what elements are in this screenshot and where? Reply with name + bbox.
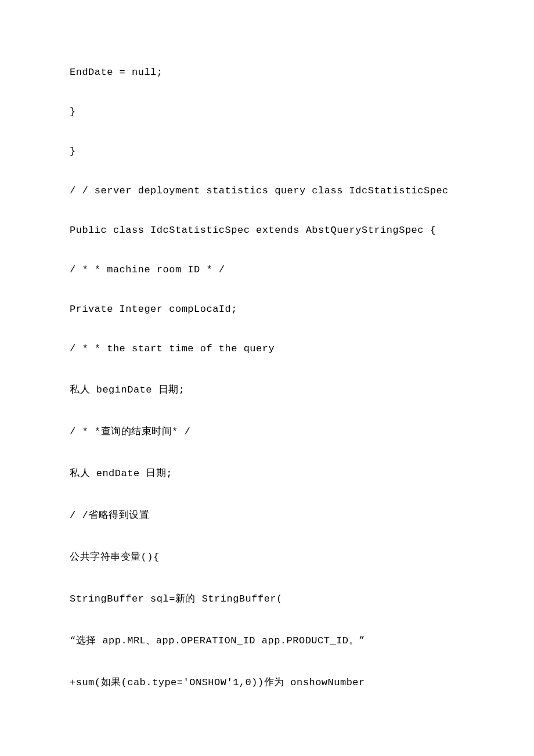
code-line: }: [70, 146, 464, 157]
code-line: }: [70, 106, 464, 117]
code-line: / * * the start time of the query: [70, 343, 464, 354]
code-line: EndDate = null;: [70, 67, 464, 78]
code-line: 私人 endDate 日期;: [70, 466, 464, 480]
code-line: “选择 app.MRL、app.OPERATION_ID app.PRODUCT…: [70, 633, 464, 647]
code-line: / /省略得到设置: [70, 508, 464, 521]
code-line: 公共字符串变量(){: [70, 550, 464, 563]
code-line: / * *查询的结束时间* /: [70, 424, 464, 438]
code-line: StringBuffer sql=新的 StringBuffer(: [70, 592, 464, 605]
code-line: / * * machine room ID * /: [70, 264, 464, 275]
code-line: Public class IdcStatisticSpec extends Ab…: [70, 225, 464, 236]
code-line: / / server deployment statistics query c…: [70, 185, 464, 196]
code-line: +sum(如果(cab.type='ONSHOW'1,0))作为 onshowN…: [70, 675, 464, 689]
code-line: Private Integer compLocaId;: [70, 304, 464, 315]
code-line: 私人 beginDate 日期;: [70, 383, 464, 396]
document-page: EndDate = null; } } / / server deploymen…: [0, 0, 534, 756]
